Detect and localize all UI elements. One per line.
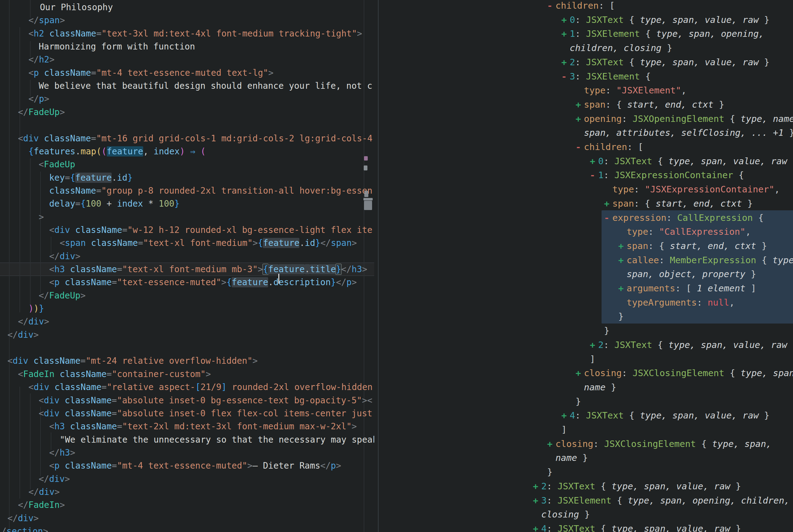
expand-node-icon[interactable]: + [561, 26, 570, 41]
expand-node-icon[interactable]: + [533, 479, 541, 493]
code-line[interactable]: "We eliminate the unnecessary so that th… [60, 433, 374, 446]
expand-node-icon[interactable]: + [561, 55, 570, 69]
code-line[interactable]: </div> [49, 250, 80, 263]
expand-node-icon[interactable]: + [590, 338, 598, 352]
code-line[interactable]: <h3 className="text-2xl md:text-3xl font… [49, 420, 357, 433]
ast-tree-pane[interactable]: -children: [+0: JSXText { type, span, va… [378, 0, 793, 532]
code-line[interactable]: </div> [39, 473, 70, 486]
code-line[interactable]: </FadeIn> [18, 499, 65, 512]
ast-tree-row[interactable]: +0: JSXText { type, span, value, raw } [590, 154, 793, 168]
ast-tree-row[interactable]: ] [561, 422, 567, 437]
code-line[interactable]: </h2> [28, 53, 54, 66]
expand-node-icon[interactable]: + [618, 253, 626, 267]
code-line[interactable]: </FadeUp> [18, 106, 65, 119]
code-line[interactable]: <h3 className="text-xl font-medium mb-3"… [49, 263, 367, 276]
code-editor-pane[interactable]: Our Philosophy</span><h2 className="text… [0, 0, 374, 532]
expand-node-icon[interactable]: + [561, 13, 570, 27]
code-line[interactable]: <h2 className="text-3xl md:text-4xl font… [28, 27, 362, 40]
ast-tree-row[interactable]: -3: JSXElement { [561, 69, 651, 83]
code-line[interactable]: </div> [18, 315, 49, 328]
code-line[interactable]: </p> [28, 93, 49, 106]
code-line[interactable]: <p className="mt-4 text-essence-muted">—… [49, 459, 341, 472]
collapse-node-icon[interactable]: - [561, 69, 570, 83]
code-line[interactable]: <div className="absolute inset-0 flex fl… [39, 407, 372, 420]
ast-tree-row[interactable]: +2: JSXText { type, span, value, raw } [533, 479, 741, 493]
ast-tree-row[interactable]: } [618, 309, 623, 324]
ast-tree-row[interactable]: +span: { start, end, ctxt } [618, 239, 767, 253]
expand-node-icon[interactable]: + [576, 97, 584, 112]
code-line[interactable]: ))} [28, 302, 44, 315]
ast-tree-row[interactable]: closing } [541, 507, 590, 521]
code-line[interactable]: <p className="text-essence-muted">{featu… [49, 276, 357, 289]
code-line[interactable]: </div> [28, 486, 60, 499]
code-line[interactable]: <div className="absolute inset-0 bg-esse… [39, 394, 372, 407]
expand-node-icon[interactable]: + [618, 239, 626, 253]
ast-tree-row[interactable]: +closing: JSXClosingElement { type, span… [576, 366, 793, 380]
ast-tree-row[interactable]: -expression: CallExpression { [604, 211, 763, 225]
ast-tree-row[interactable]: name } [556, 451, 588, 465]
ast-tree-row[interactable]: type: "CallExpression", [626, 225, 751, 239]
code-line[interactable]: <div className="relative aspect-[21/9] r… [28, 381, 373, 394]
code-line[interactable]: {features.map((feature, index) ⇒ ( [28, 145, 206, 158]
code-line[interactable]: </div> [7, 328, 39, 341]
expand-node-icon[interactable]: + [618, 281, 626, 296]
expand-node-icon[interactable]: + [576, 112, 584, 126]
code-line[interactable]: /section> [1, 525, 48, 532]
code-line[interactable]: </div> [7, 512, 39, 525]
collapse-node-icon[interactable]: - [604, 211, 612, 225]
ast-tree-row[interactable]: type: "JSXExpressionContainer", [612, 182, 780, 196]
ast-tree-row[interactable]: +callee: MemberExpression { type, [618, 253, 793, 267]
ast-tree-row[interactable]: +3: JSXElement { type, span, opening, ch… [533, 493, 790, 508]
ast-tree-row[interactable]: +arguments: [ 1 element ] [618, 281, 756, 296]
ast-tree-row[interactable]: span, object, property } [626, 267, 756, 281]
ast-tree-row[interactable]: -children: [ [576, 140, 643, 154]
code-line[interactable]: key={feature.id} [49, 171, 133, 184]
code-line[interactable]: <FadeUp [39, 158, 75, 171]
code-line[interactable]: <div className="w-12 h-12 rounded-xl bg-… [49, 224, 372, 236]
ast-tree-row[interactable]: span, attributes, selfClosing, ... +1 } [584, 126, 793, 140]
expand-node-icon[interactable]: + [533, 521, 541, 532]
code-line[interactable]: We believe that beautiful design should … [39, 79, 372, 93]
ast-tree-row[interactable]: name } [584, 380, 616, 394]
collapse-node-icon[interactable]: - [590, 168, 598, 182]
ast-tree-row[interactable]: ] [590, 352, 595, 366]
expand-node-icon[interactable]: + [576, 366, 584, 380]
code-line[interactable]: Harmonizing form with function [39, 40, 195, 53]
expand-node-icon[interactable]: + [561, 408, 570, 422]
ast-tree-row[interactable]: -children: [ [547, 0, 615, 13]
ast-tree-row[interactable]: +span: { start, end, ctxt } [576, 97, 724, 112]
ast-tree-row[interactable]: -1: JSXExpressionContainer { [590, 168, 744, 182]
expand-node-icon[interactable]: + [590, 154, 598, 168]
ast-tree-row[interactable]: typeArguments: null, [626, 296, 735, 310]
code-line[interactable]: > [39, 211, 44, 224]
code-line[interactable]: <div className="mt-16 grid grid-cols-1 m… [18, 132, 372, 145]
ast-tree-row[interactable]: +span: { start, end, ctxt } [604, 196, 753, 211]
code-line[interactable]: <p className="mt-4 text-essence-muted te… [28, 66, 273, 79]
ast-tree-row[interactable]: } [604, 324, 609, 338]
code-line[interactable]: delay={100 + index * 100} [49, 197, 179, 210]
ast-tree-row[interactable]: +4: JSXText { type, span, value, raw } [561, 408, 770, 422]
code-line[interactable]: <div className="mt-24 relative overflow-… [7, 355, 258, 367]
code-line[interactable]: <FadeIn className="container-custom"> [18, 368, 211, 381]
ast-tree-row[interactable]: } [576, 394, 581, 408]
ast-tree-row[interactable]: +closing: JSXClosingElement { type, span… [547, 437, 771, 451]
expand-node-icon[interactable]: + [533, 493, 541, 508]
code-line[interactable]: </span> [28, 14, 65, 27]
collapse-node-icon[interactable]: - [547, 0, 556, 13]
collapse-node-icon[interactable]: - [576, 140, 584, 154]
code-line[interactable]: </h3> [49, 446, 75, 459]
ast-tree-row[interactable]: } [547, 465, 553, 479]
ast-tree-row[interactable]: children, closing } [570, 41, 672, 55]
ast-tree-row[interactable]: +0: JSXText { type, span, value, raw } [561, 13, 770, 27]
code-line[interactable]: </FadeUp> [39, 289, 86, 302]
ast-tree-row[interactable]: +2: JSXText { type, span, value, raw } [590, 338, 793, 352]
code-line[interactable]: className="group p-8 rounded-2xl transit… [49, 184, 372, 197]
ast-tree-row[interactable]: +1: JSXElement { type, span, opening, [561, 26, 764, 41]
ast-tree-row[interactable]: +2: JSXText { type, span, value, raw } [561, 55, 770, 69]
expand-node-icon[interactable]: + [604, 196, 612, 211]
code-line[interactable]: Our Philosophy [40, 1, 113, 14]
ast-tree-row[interactable]: +4: JSXText { type, span, value, raw } [533, 521, 741, 532]
ast-tree-row[interactable]: +opening: JSXOpeningElement { type, name… [576, 112, 793, 126]
code-line[interactable]: <span className="text-xl font-medium">{f… [60, 236, 357, 250]
expand-node-icon[interactable]: + [547, 437, 556, 451]
